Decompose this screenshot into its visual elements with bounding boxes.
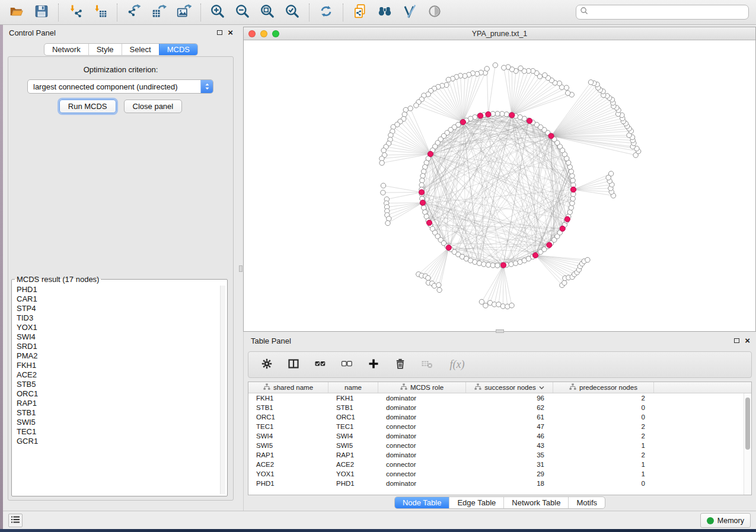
export-table-button[interactable] (150, 4, 168, 21)
close-panel-icon[interactable]: × (228, 30, 233, 36)
delete-table-button[interactable] (420, 358, 434, 372)
column-header-successor-nodes[interactable]: successor nodes (466, 382, 553, 393)
table-row[interactable]: RAP1RAP1dominator352 (248, 450, 751, 460)
divider-grab-handle[interactable] (239, 265, 243, 272)
table-row[interactable]: ORC1ORC1dominator610 (248, 412, 751, 422)
tab-style[interactable]: Style (88, 44, 122, 55)
mcds-result-item[interactable]: PHD1 (17, 285, 220, 294)
tab-edge-table[interactable]: Edge Table (449, 497, 503, 508)
table-row[interactable]: YOX1YOX1connector291 (248, 469, 751, 479)
import-table-button[interactable] (91, 4, 109, 21)
new-network-from-selection-button[interactable] (351, 4, 369, 21)
gear-icon (261, 358, 273, 371)
open-session-button[interactable] (8, 4, 25, 21)
zoom-selected-button[interactable] (283, 4, 301, 21)
table-row[interactable]: SWI5SWI5connector431 (248, 441, 751, 450)
table-row[interactable]: TEC1TEC1connector472 (248, 422, 751, 431)
criterion-dropdown[interactable]: largest connected component (undirected) (27, 79, 213, 94)
close-panel-button[interactable]: Close panel (124, 100, 183, 113)
save-session-button[interactable] (33, 4, 50, 21)
float-table-panel-icon[interactable] (734, 338, 739, 343)
table-row[interactable]: STB1STB1dominator620 (248, 403, 751, 412)
mcds-result-item[interactable]: SRD1 (17, 342, 220, 351)
delete-column-button[interactable] (393, 358, 407, 372)
zoom-in-button[interactable] (209, 4, 227, 21)
sort-caret-icon[interactable] (539, 384, 544, 391)
namespace-icon (400, 383, 407, 392)
import-network-button[interactable] (66, 4, 84, 21)
split-columns-button[interactable] (286, 358, 301, 372)
function-builder-button[interactable]: f(x) (446, 358, 468, 372)
export-image-icon (176, 4, 192, 21)
mcds-result-item[interactable]: SWI5 (17, 418, 220, 427)
table-cell: FKH1 (328, 395, 378, 402)
add-column-button[interactable] (366, 358, 381, 372)
mcds-result-item[interactable]: FKH1 (17, 361, 220, 370)
export-image-button[interactable] (175, 4, 193, 21)
table-row[interactable]: ACE2ACE2connector311 (248, 460, 751, 469)
memory-button[interactable]: Memory (700, 513, 751, 528)
table-scrollbar[interactable] (744, 393, 751, 495)
table-cell: 2 (553, 451, 654, 459)
mcds-result-item[interactable]: STB1 (17, 408, 220, 418)
mcds-result-item[interactable]: ACE2 (17, 370, 220, 380)
mcds-result-item[interactable]: STP4 (17, 304, 220, 313)
search-input[interactable] (589, 7, 745, 18)
tab-network[interactable]: Network (44, 44, 88, 55)
mcds-result-item[interactable]: STB5 (17, 380, 220, 389)
control-panel-title: Control Panel (9, 28, 56, 37)
deselect-all-button[interactable] (340, 358, 354, 372)
tab-motifs[interactable]: Motifs (568, 497, 605, 508)
split-columns-icon (288, 358, 299, 371)
hide-selected-button[interactable] (426, 4, 444, 21)
mcds-result-item[interactable]: RAP1 (17, 399, 220, 408)
table-scrollbar-thumb[interactable] (745, 398, 750, 450)
mcds-result-item[interactable]: YOX1 (17, 323, 220, 332)
close-table-panel-icon[interactable]: × (745, 338, 750, 344)
tab-mcds[interactable]: MCDS (159, 44, 197, 55)
table-cell: 2 (553, 395, 654, 402)
table-row[interactable]: SWI4SWI4dominator462 (248, 431, 751, 441)
panel-divider-vertical[interactable] (239, 25, 243, 511)
table-cell: 46 (466, 432, 553, 440)
refresh-button[interactable] (317, 4, 335, 21)
tab-select[interactable]: Select (122, 44, 159, 55)
select-all-icon (314, 358, 326, 371)
gear-button[interactable] (260, 358, 274, 372)
network-canvas[interactable] (244, 40, 755, 331)
mcds-result-item[interactable]: SWI4 (17, 332, 220, 342)
table-cell: dominator (378, 414, 466, 421)
network-window-titlebar[interactable]: YPA_prune.txt_1 (244, 27, 755, 40)
float-panel-icon[interactable] (217, 30, 222, 35)
column-header-shared-name[interactable]: shared name (248, 382, 328, 393)
column-header-mcds-role[interactable]: MCDS role (378, 382, 466, 393)
show-graphics-details-button[interactable] (401, 4, 419, 21)
mcds-result-item[interactable]: TID3 (17, 313, 220, 323)
task-history-button[interactable] (8, 514, 23, 527)
table-cell: PHD1 (248, 480, 328, 487)
mcds-result-item[interactable]: GCR1 (17, 437, 220, 446)
table-cell: connector (378, 470, 466, 477)
first-neighbors-button[interactable] (376, 4, 394, 21)
result-list-scrollbar[interactable] (220, 286, 225, 494)
mcds-result-item[interactable]: PMA2 (17, 351, 220, 361)
select-all-button[interactable] (313, 358, 327, 372)
table-row[interactable]: FKH1FKH1dominator962 (248, 393, 751, 403)
table-row[interactable]: PHD1PHD1dominator180 (248, 479, 751, 488)
mcds-result-title: MCDS result (17 nodes) (15, 275, 101, 284)
export-network-button[interactable] (125, 4, 143, 21)
table-panel-header: Table Panel × (244, 332, 756, 350)
column-header-predecessor-nodes[interactable]: predecessor nodes (553, 382, 654, 393)
tab-node-table[interactable]: Node Table (395, 497, 449, 508)
search-box[interactable] (576, 5, 749, 20)
table-cell: SWI5 (248, 442, 328, 449)
column-header-name[interactable]: name (328, 382, 378, 393)
mcds-result-item[interactable]: ORC1 (17, 389, 220, 399)
mcds-result-item[interactable]: TEC1 (17, 427, 220, 437)
optimization-criterion-label: Optimization criterion: (8, 65, 233, 74)
zoom-out-button[interactable] (234, 4, 251, 21)
run-mcds-button[interactable]: Run MCDS (59, 100, 116, 113)
tab-network-table[interactable]: Network Table (503, 497, 568, 508)
mcds-result-item[interactable]: CAR1 (17, 294, 220, 304)
zoom-fit-button[interactable] (259, 4, 276, 21)
